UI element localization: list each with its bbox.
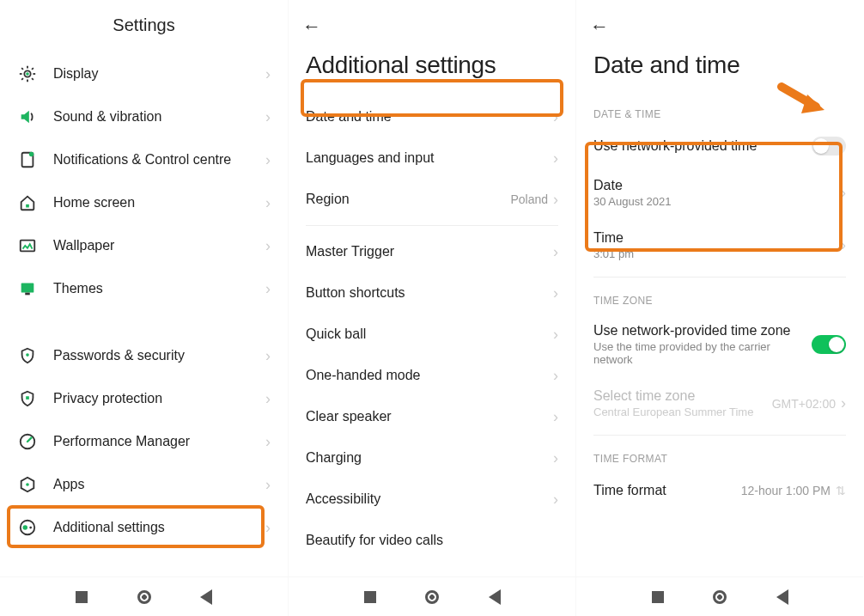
page-title: Settings	[0, 0, 288, 52]
item-button-shortcuts[interactable]: Button shortcuts ›	[289, 272, 575, 314]
chevron-right-icon: ›	[553, 326, 558, 344]
svg-point-22	[29, 527, 32, 529]
back-arrow-icon[interactable]: ←	[590, 15, 609, 38]
settings-item-performance[interactable]: Performance Manager ›	[0, 420, 288, 463]
item-one-handed[interactable]: One-handed mode ›	[289, 355, 575, 396]
item-region[interactable]: Region Poland ›	[289, 179, 575, 220]
item-quick-ball[interactable]: Quick ball ›	[289, 314, 575, 355]
chevron-right-icon: ›	[841, 394, 846, 412]
nav-recents-icon[interactable]	[652, 591, 664, 603]
item-beautify-video[interactable]: Beautify for video calls	[289, 520, 575, 561]
chevron-right-icon: ›	[553, 408, 558, 426]
item-label: Languages and input	[306, 150, 553, 166]
item-network-timezone[interactable]: Use network-provided time zone Use the t…	[576, 312, 863, 377]
chevron-right-icon: ›	[265, 65, 271, 83]
item-label: Beautify for video calls	[306, 533, 558, 548]
toggle-network-time[interactable]	[812, 137, 846, 156]
settings-item-label: Display	[53, 66, 265, 82]
settings-item-apps[interactable]: Apps ›	[0, 463, 288, 506]
chevron-right-icon: ›	[553, 367, 558, 385]
svg-rect-13	[21, 241, 35, 252]
settings-item-display[interactable]: Display ›	[0, 52, 288, 95]
divider	[306, 225, 558, 226]
header-bar: ←	[289, 0, 575, 45]
settings-item-privacy[interactable]: Privacy protection ›	[0, 377, 288, 420]
item-label: Button shortcuts	[306, 285, 553, 301]
settings-item-label: Sound & vibration	[53, 109, 265, 125]
item-label: Quick ball	[306, 326, 553, 342]
svg-point-21	[23, 525, 28, 530]
item-sub: 30 August 2021	[593, 195, 841, 208]
toggle-network-timezone[interactable]	[812, 335, 846, 354]
chevron-right-icon: ›	[265, 194, 271, 212]
item-date-and-time[interactable]: Date and time ›	[289, 96, 575, 137]
settings-item-passwords[interactable]: Passwords & security ›	[0, 334, 288, 377]
chevron-right-icon: ›	[553, 491, 558, 509]
item-label: One-handed mode	[306, 368, 553, 383]
gauge-icon	[17, 431, 38, 452]
display-icon	[17, 64, 38, 84]
additional-settings-screen: ← Additional settings Date and time › La…	[288, 0, 575, 616]
settings-item-label: Notifications & Control centre	[53, 152, 265, 168]
chevron-right-icon: ›	[265, 237, 271, 255]
settings-item-themes[interactable]: Themes ›	[0, 267, 288, 310]
section-head-datetime: DATE & TIME	[576, 96, 863, 125]
item-sub: Use the time provided by the carrier net…	[593, 340, 812, 366]
settings-item-notifications[interactable]: Notifications & Control centre ›	[0, 138, 288, 181]
navbar	[576, 576, 863, 616]
settings-item-home-screen[interactable]: Home screen ›	[0, 181, 288, 224]
divider	[593, 435, 846, 436]
chevron-right-icon: ›	[265, 151, 271, 169]
item-value: GMT+02:00	[772, 397, 836, 411]
notifications-icon	[17, 149, 38, 170]
nav-home-icon[interactable]	[137, 590, 151, 604]
back-arrow-icon[interactable]: ←	[302, 15, 321, 38]
page-title: Date and time	[576, 45, 863, 96]
shield-icon	[17, 388, 38, 409]
datetime-list: DATE & TIME Use network-provided time Da…	[576, 96, 863, 576]
nav-back-icon[interactable]	[200, 589, 212, 605]
item-label: Date	[593, 178, 841, 193]
settings-item-sound[interactable]: Sound & vibration ›	[0, 95, 288, 138]
item-master-trigger[interactable]: Master Trigger ›	[289, 231, 575, 272]
settings-item-wallpaper[interactable]: Wallpaper ›	[0, 224, 288, 267]
svg-point-16	[26, 353, 29, 357]
nav-home-icon[interactable]	[713, 590, 727, 604]
item-label: Clear speaker	[306, 409, 553, 424]
chevron-right-icon: ›	[265, 476, 271, 494]
svg-point-19	[26, 483, 29, 486]
settings-item-label: Themes	[53, 281, 265, 296]
item-time[interactable]: Time 3:01 pm ›	[576, 219, 863, 271]
settings-item-additional[interactable]: Additional settings ›	[0, 506, 288, 549]
item-clear-speaker[interactable]: Clear speaker ›	[289, 396, 575, 437]
nav-back-icon[interactable]	[776, 589, 788, 605]
settings-item-label: Wallpaper	[53, 238, 265, 253]
nav-recents-icon[interactable]	[76, 591, 88, 603]
nav-back-icon[interactable]	[489, 589, 501, 605]
item-charging[interactable]: Charging ›	[289, 437, 575, 479]
item-network-time[interactable]: Use network-provided time	[576, 125, 863, 167]
svg-rect-14	[21, 284, 34, 293]
item-value: Poland	[510, 192, 548, 206]
additional-settings-list: Date and time › Languages and input › Re…	[289, 96, 575, 576]
nav-recents-icon[interactable]	[364, 591, 376, 603]
settings-item-label: Home screen	[53, 195, 265, 210]
item-time-format[interactable]: Time format 12-hour 1:00 PM ⇅	[576, 470, 863, 511]
settings-screen: Settings Display › Sound & vibration › N…	[0, 0, 288, 616]
item-label: Use network-provided time zone	[593, 323, 812, 338]
svg-rect-12	[26, 204, 29, 208]
chevron-right-icon: ›	[265, 433, 271, 451]
item-date[interactable]: Date 30 August 2021 ›	[576, 167, 863, 219]
settings-item-label: Privacy protection	[53, 391, 265, 406]
chevron-right-icon: ›	[553, 284, 558, 302]
item-accessibility[interactable]: Accessibility ›	[289, 479, 575, 520]
chevron-right-icon: ›	[265, 519, 271, 537]
svg-line-7	[21, 78, 23, 80]
svg-line-8	[32, 68, 33, 70]
item-label: Region	[306, 192, 510, 207]
nav-home-icon[interactable]	[425, 590, 439, 604]
item-label: Master Trigger	[306, 244, 553, 259]
additional-icon	[17, 517, 38, 538]
svg-line-5	[21, 68, 23, 70]
item-languages[interactable]: Languages and input ›	[289, 137, 575, 179]
